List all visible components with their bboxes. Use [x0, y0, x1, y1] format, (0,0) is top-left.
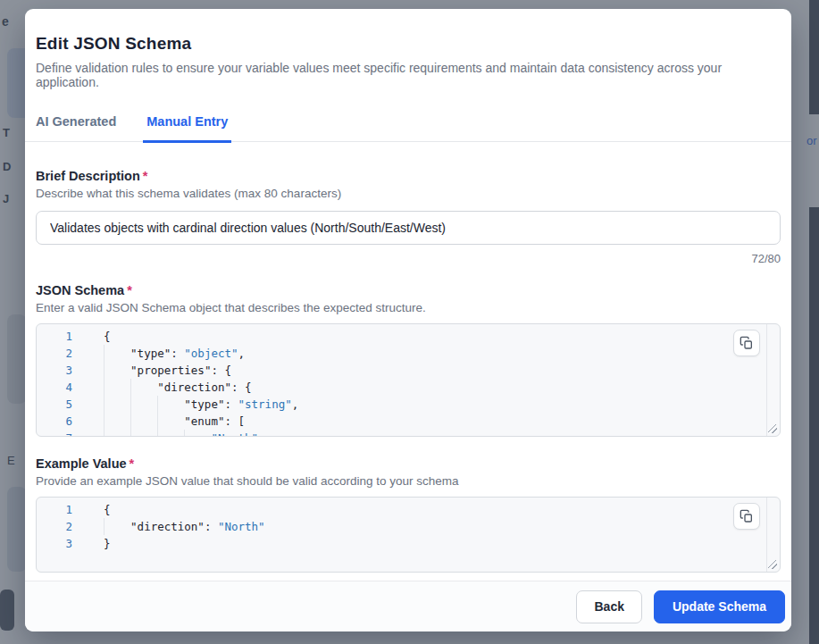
tab-manual-entry[interactable]: Manual Entry	[143, 107, 231, 143]
code-line: 5"type": "string",	[37, 396, 780, 413]
code-line: 7"North",	[37, 430, 780, 437]
indent-guide	[130, 396, 157, 413]
code-line: 1{	[37, 501, 780, 518]
code-text: }	[104, 535, 111, 552]
code-text: {	[104, 501, 111, 518]
copy-icon	[740, 336, 754, 350]
resize-handle[interactable]	[768, 424, 777, 433]
json-schema-code-editor[interactable]: 1{2"type": "object",3"properties": {4"di…	[36, 323, 781, 437]
required-asterisk: *	[143, 169, 148, 183]
brief-description-input[interactable]	[36, 211, 781, 245]
json-schema-field: JSON Schema* Enter a valid JSON Schema o…	[36, 283, 781, 437]
line-number: 5	[37, 396, 72, 413]
indent-guide	[130, 413, 157, 430]
dialog-header: Edit JSON Schema Define validation rules…	[25, 9, 791, 89]
example-value-field: Example Value* Provide an example JSON v…	[36, 456, 781, 573]
line-number: 3	[37, 535, 72, 552]
line-number: 1	[37, 328, 72, 345]
code-line: 4"direction": {	[37, 379, 780, 396]
code-text: "type": "string",	[104, 396, 298, 413]
indent-guide	[157, 396, 184, 413]
code-text: "enum": [	[104, 413, 245, 430]
code-line: 1{	[37, 328, 780, 345]
dialog-title: Edit JSON Schema	[36, 34, 781, 54]
resize-handle[interactable]	[768, 560, 777, 569]
indent-guide	[184, 430, 211, 437]
copy-icon	[740, 509, 754, 523]
code-text: {	[104, 328, 111, 345]
brief-description-label-text: Brief Description	[36, 169, 140, 183]
code-line: 2"type": "object",	[37, 345, 780, 362]
example-value-code-editor[interactable]: 1{2"direction": "North"3}	[36, 497, 781, 573]
json-schema-label-text: JSON Schema	[36, 283, 124, 297]
example-value-label: Example Value*	[36, 456, 781, 471]
json-schema-helper: Enter a valid JSON Schema object that de…	[36, 301, 781, 314]
code-text: "properties": {	[104, 362, 231, 379]
code-line: 6"enum": [	[37, 413, 780, 430]
indent-guide	[104, 345, 130, 362]
line-number: 2	[37, 345, 72, 362]
tab-ai-generated[interactable]: AI Generated	[36, 107, 116, 141]
indent-guide	[130, 430, 157, 437]
character-counter: 72/80	[36, 252, 781, 265]
code-line: 3"properties": {	[37, 362, 780, 379]
dialog-footer: Back Update Schema	[25, 581, 791, 631]
indent-guide	[157, 413, 184, 430]
code-line: 3}	[37, 535, 780, 552]
code-text: "North",	[104, 430, 265, 437]
dialog-content: Brief Description* Describe what this sc…	[25, 142, 791, 581]
indent-guide	[104, 430, 130, 437]
brief-description-helper: Describe what this schema validates (max…	[36, 187, 781, 200]
edit-json-schema-dialog: Edit JSON Schema Define validation rules…	[25, 9, 791, 631]
line-number: 6	[37, 413, 72, 430]
line-number: 1	[37, 501, 72, 518]
dialog-subtitle: Define validation rules to ensure your v…	[36, 61, 781, 89]
example-value-helper: Provide an example JSON value that shoul…	[36, 474, 781, 488]
code-text: "type": "object",	[104, 345, 245, 362]
tab-bar: AI GeneratedManual Entry	[25, 107, 791, 142]
code-lines: 1{2"direction": "North"3}	[37, 498, 780, 552]
code-lines: 1{2"type": "object",3"properties": {4"di…	[37, 324, 780, 437]
required-asterisk: *	[130, 456, 135, 471]
editor-gutter-line	[766, 498, 767, 572]
line-number: 7	[37, 430, 72, 437]
code-line: 2"direction": "North"	[37, 518, 780, 535]
indent-guide	[104, 379, 130, 396]
line-number: 4	[37, 379, 72, 396]
copy-schema-button[interactable]	[733, 330, 760, 356]
indent-guide	[104, 518, 130, 535]
line-number: 3	[37, 362, 72, 379]
editor-gutter-line	[766, 324, 767, 436]
indent-guide	[104, 396, 130, 413]
code-text: "direction": {	[104, 379, 252, 396]
indent-guide	[104, 362, 130, 379]
required-asterisk: *	[127, 283, 132, 297]
back-button[interactable]: Back	[576, 590, 641, 623]
indent-guide	[104, 413, 130, 430]
indent-guide	[157, 430, 184, 437]
code-text: "direction": "North"	[104, 518, 265, 535]
update-schema-button[interactable]: Update Schema	[654, 590, 785, 623]
indent-guide	[130, 379, 157, 396]
brief-description-field: Brief Description* Describe what this sc…	[36, 169, 781, 265]
brief-description-label: Brief Description*	[36, 169, 781, 183]
json-schema-label: JSON Schema*	[36, 283, 781, 297]
line-number: 2	[37, 518, 72, 535]
example-value-label-text: Example Value	[36, 456, 127, 471]
copy-example-button[interactable]	[733, 503, 760, 530]
